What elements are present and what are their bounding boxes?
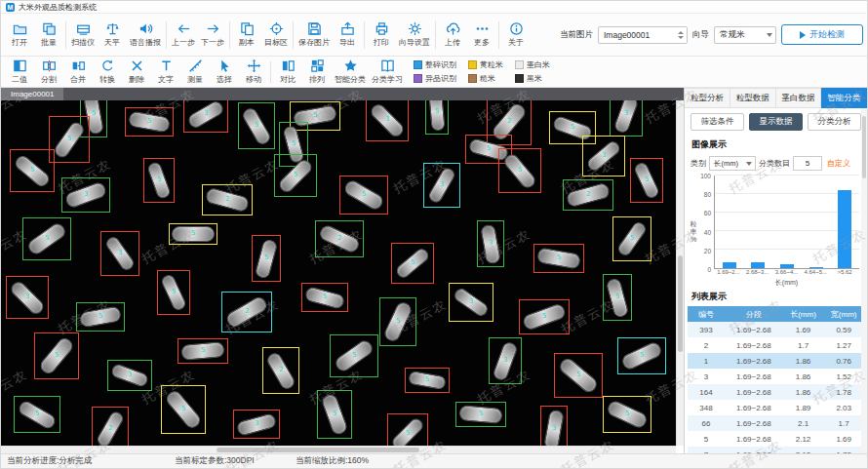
toolbar-button-label: 语音播报	[130, 37, 161, 48]
toolbar-about-button[interactable]: 关于	[501, 14, 531, 56]
grain-number: 5	[323, 293, 327, 300]
classification-analysis-button[interactable]: 分类分析	[808, 113, 861, 131]
panel-buttons: 筛选条件显示数据分类分析	[685, 108, 867, 136]
toolbar-black-rice-button[interactable]: 黑米	[515, 73, 550, 84]
tab-chalkiness-data[interactable]: 垩白数据	[776, 88, 822, 108]
table-cell: 0.76	[823, 353, 864, 369]
toolbar-next-step-button[interactable]: 下一步	[198, 14, 227, 56]
toolbar-yellow-rice-button[interactable]: 黄粒米	[468, 59, 503, 70]
chevron-down-icon	[767, 33, 772, 37]
grain-number: 5	[255, 121, 258, 129]
scrollbar-thumb[interactable]	[678, 255, 683, 352]
panel-scrollbar[interactable]	[861, 108, 867, 453]
toolbar-wizard-settings-button[interactable]: 向导设置	[396, 14, 433, 56]
wizard-value: 常规米	[720, 29, 745, 41]
current-image-select[interactable]: Image00001	[598, 26, 688, 44]
toolbar-batch-button[interactable]: 批量	[34, 14, 63, 56]
toolbar-segment-button[interactable]: 分割	[34, 57, 63, 87]
table-cell: 348	[688, 400, 725, 415]
toolbar-convert-button[interactable]: 转换	[93, 57, 122, 87]
grain-number: 5	[55, 351, 59, 359]
status-bar: 当前分析进度:分析完成 当前标定参数:300DPI 当前缩放比例:160%	[1, 453, 867, 468]
custom-link[interactable]: 自定义	[827, 158, 850, 169]
tab-grain-shape-analysis[interactable]: 粒型分析	[685, 88, 730, 108]
toolbar-button-label: 二值	[12, 74, 27, 85]
toolbar-print-button[interactable]: 打印	[367, 14, 396, 56]
toolbar-measure-button[interactable]: 测量	[180, 57, 210, 87]
spinner-icon[interactable]	[678, 31, 684, 39]
viewer-tab-bar: Image00001	[1, 88, 684, 100]
class-count-input[interactable]	[793, 156, 822, 171]
grain-number: 5	[313, 111, 317, 119]
grain-number: 2	[586, 190, 590, 198]
image-canvas[interactable]: 5535535253555353525535255355253553552553…	[1, 100, 676, 446]
table-row[interactable]: 11.69~2.681.860.76	[688, 353, 864, 369]
table-cell: 1.69~2.68	[725, 400, 783, 415]
tab-grain-shape-data[interactable]: 粒型数据	[730, 88, 776, 108]
scrollbar-thumb[interactable]	[217, 448, 419, 452]
canvas-vertical-scrollbar[interactable]	[676, 100, 684, 446]
toolbar-save-image-button[interactable]: 保存图片	[296, 14, 333, 56]
toolbar-merge-button[interactable]: 合并	[63, 57, 93, 87]
toolbar-target-area-button[interactable]: 目标区	[261, 14, 291, 56]
scrollbar-thumb[interactable]	[862, 116, 866, 178]
table-row[interactable]: 661.69~2.682.11.7	[688, 415, 864, 431]
grain-number: 2	[108, 424, 112, 432]
del-icon	[130, 59, 144, 73]
table-row[interactable]: 3481.69~2.681.892.03	[688, 400, 864, 415]
toolbar-text-button[interactable]: 文字	[151, 57, 180, 87]
toolbar-open-button[interactable]: 打开	[5, 14, 34, 56]
chart-x-axis-label: 长(mm)	[714, 278, 859, 288]
category-select[interactable]: 长(mm)	[709, 156, 756, 171]
grain-number: 3	[128, 371, 132, 378]
chart-x-ticks: 1.69~2...2.68~3...3.66~4...4.64~5...>5.6…	[714, 269, 859, 278]
toolbar-balance-button[interactable]: 天平	[98, 14, 127, 56]
table-cell: 1.69~2.68	[725, 322, 783, 337]
canvas-horizontal-scrollbar[interactable]	[1, 446, 676, 453]
toolbar-delete-button[interactable]: 删除	[122, 57, 151, 87]
stack-icon	[42, 21, 57, 36]
tab-smart-classification[interactable]: 智能分类	[821, 88, 867, 108]
toolbar-select-button[interactable]: 选择	[210, 57, 239, 87]
toolbar-classification-learning-button[interactable]: 分类学习	[369, 57, 406, 87]
start-detection-button[interactable]: 开始检测	[781, 24, 863, 45]
toolbar-button-label: 目标区	[264, 37, 288, 48]
toolbar-button-label: 扫描仪	[71, 37, 95, 48]
toolbar-binary-button[interactable]: 二值	[5, 57, 34, 87]
grain-number: 2	[245, 307, 249, 315]
toolbar-button-label: 智能分类	[335, 74, 366, 85]
toolbar-smart-classification-button[interactable]: 智能分类	[332, 57, 369, 87]
image-tab[interactable]: Image00001	[1, 88, 63, 100]
wizard-select[interactable]: 常规米	[714, 26, 776, 44]
table-row[interactable]: 21.69~2.681.71.27	[688, 337, 864, 353]
table-row[interactable]: 3931.69~2.681.690.59	[688, 322, 864, 337]
scanner-icon	[76, 21, 91, 36]
arrange-icon	[310, 59, 325, 73]
show-data-button[interactable]: 显示数据	[749, 113, 803, 131]
x-tick-label: 3.66~4...	[772, 269, 802, 278]
more-icon	[475, 21, 490, 36]
arrow-right-icon	[206, 21, 220, 36]
toolbar-voice-broadcast-button[interactable]: 语音播报	[127, 14, 164, 56]
toolbar-brown-rice-button[interactable]: 糙米	[468, 73, 503, 84]
filter-conditions-button[interactable]: 筛选条件	[690, 113, 744, 131]
toolbar-duplicate-button[interactable]: 副本	[232, 14, 261, 56]
toolbar-whole-broken-recognition-button[interactable]: 整碎识别	[414, 59, 456, 70]
table-row[interactable]: 1641.69~2.681.861.78	[688, 384, 864, 400]
toolbar-arrange-button[interactable]: 排列	[302, 57, 332, 87]
toolbar-chalky-rice-button[interactable]: 垩白米	[515, 59, 550, 70]
toolbar-upload-button[interactable]: 上传	[438, 14, 467, 56]
toolbar-scanner-button[interactable]: 扫描仪	[68, 14, 98, 56]
main-area: Image00001 55355352535553535255352553552…	[1, 88, 867, 453]
table-row[interactable]: 71.69~2.682.121.73	[688, 447, 864, 453]
toolbar-prev-step-button[interactable]: 上一步	[169, 14, 198, 56]
toolbar-foreign-grain-recognition-button[interactable]: 异品识别	[414, 73, 456, 84]
toolbar-separator	[435, 21, 436, 49]
toolbar-export-button[interactable]: 导出	[333, 14, 362, 56]
toolbar-compare-button[interactable]: 对比	[273, 57, 302, 87]
toolbar-move-button[interactable]: 移动	[239, 57, 268, 87]
table-row[interactable]: 31.69~2.681.861.52	[688, 369, 864, 384]
grain-number: 5	[45, 234, 49, 242]
toolbar-more-button[interactable]: 更多	[467, 14, 496, 56]
table-row[interactable]: 51.69~2.682.121.69	[688, 431, 864, 447]
